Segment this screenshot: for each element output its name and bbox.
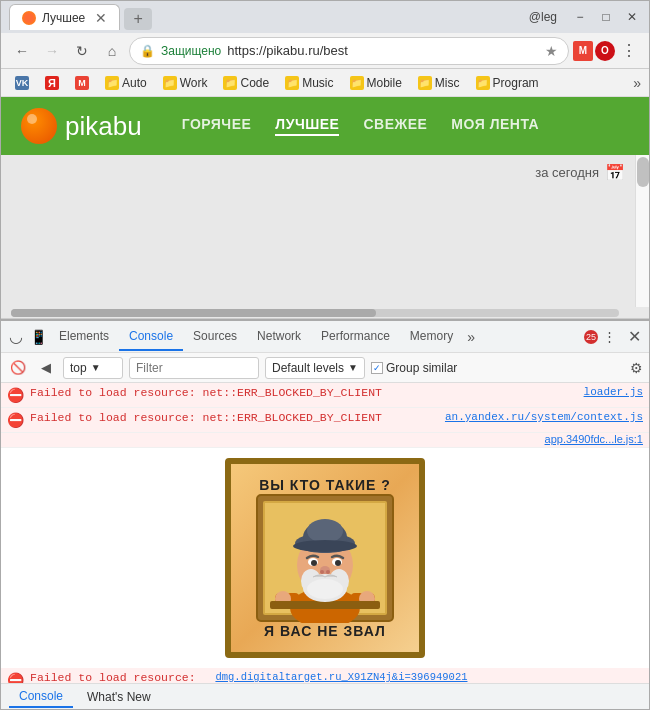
svg-rect-8 <box>270 601 380 609</box>
tab-favicon <box>22 11 36 25</box>
gmail-icon[interactable]: M <box>573 41 593 61</box>
back-button[interactable]: ← <box>9 38 35 64</box>
log-level-dropdown[interactable]: Default levels ▼ <box>265 357 365 379</box>
devtools-error-count: 25 <box>584 330 598 344</box>
bookmark-misc-label: Misc <box>435 76 460 90</box>
bookmark-vk[interactable]: VK <box>9 74 35 92</box>
new-tab-button[interactable]: + <box>124 8 152 30</box>
refresh-button[interactable]: ↻ <box>69 38 95 64</box>
bookmark-auto[interactable]: 📁 Auto <box>99 74 153 92</box>
console-filter-button[interactable]: ◀ <box>35 357 57 379</box>
bookmark-star-icon[interactable]: ★ <box>545 43 558 59</box>
minimize-button[interactable]: − <box>571 8 589 26</box>
horizontal-scrollbar-thumb[interactable] <box>11 309 376 317</box>
devtools-close-button[interactable]: ✕ <box>624 327 645 346</box>
tab-console[interactable]: Console <box>119 323 183 351</box>
tab-performance[interactable]: Performance <box>311 323 400 351</box>
console-toolbar: 🚫 ◀ top ▼ Default levels ▼ ✓ Group simil… <box>1 353 649 383</box>
active-tab[interactable]: Лучшее ✕ <box>9 4 120 30</box>
menu-button[interactable]: ⋮ <box>617 39 641 62</box>
date-filter[interactable]: за сегодня 📅 <box>535 163 625 182</box>
bookmark-music[interactable]: 📁 Music <box>279 74 339 92</box>
bottom-tab-console[interactable]: Console <box>9 686 73 708</box>
nav-hot[interactable]: ГОРЯЧЕЕ <box>182 116 252 136</box>
tab-sources[interactable]: Sources <box>183 323 247 351</box>
bookmark-code[interactable]: 📁 Code <box>217 74 275 92</box>
meme-bottom-text: Я ВАС НЕ ЗВАЛ <box>260 623 390 643</box>
console-entry-error-1: ⛔ Failed to load resource: net::ERR_BLOC… <box>1 383 649 408</box>
close-button[interactable]: ✕ <box>623 8 641 26</box>
nav-bar: ← → ↻ ⌂ 🔒 Защищено https://pikabu.ru/bes… <box>1 33 649 69</box>
tab-network[interactable]: Network <box>247 323 311 351</box>
svg-point-24 <box>307 579 343 599</box>
console-link-app[interactable]: app.3490fdc...le.js:1 <box>545 433 643 445</box>
console-entry-error-bottom: ⛔ Failed to load resource: net::ERR_BLOC… <box>1 668 649 683</box>
opera-icon[interactable]: O <box>595 41 615 61</box>
console-clear-button[interactable]: 🚫 <box>7 357 29 379</box>
yandex-icon: Я <box>45 76 59 90</box>
tab-memory[interactable]: Memory <box>400 323 463 351</box>
folder-auto-icon: 📁 <box>105 76 119 90</box>
selector-chevron-icon: ▼ <box>91 362 101 373</box>
bookmark-gmail[interactable]: M <box>69 74 95 92</box>
meme-image-area: ВЫ КТО ТАКИЕ ? <box>1 448 649 668</box>
vk-icon: VK <box>15 76 29 90</box>
error-count-badge: 25 <box>584 330 598 344</box>
title-bar: Лучшее ✕ + @leg − □ ✕ <box>1 1 649 33</box>
context-selector[interactable]: top ▼ <box>63 357 123 379</box>
tab-elements[interactable]: Elements <box>49 323 119 351</box>
vertical-scrollbar[interactable] <box>635 155 649 307</box>
svg-point-20 <box>326 570 330 574</box>
meme-inner: ВЫ КТО ТАКИЕ ? <box>231 464 419 652</box>
more-bookmarks-button[interactable]: » <box>633 75 641 91</box>
folder-work-icon: 📁 <box>163 76 177 90</box>
meme-frame: ВЫ КТО ТАКИЕ ? <box>225 458 425 658</box>
bookmark-mobile-label: Mobile <box>367 76 402 90</box>
bookmark-mobile[interactable]: 📁 Mobile <box>344 74 408 92</box>
nav-fresh[interactable]: СВЕЖЕЕ <box>363 116 427 136</box>
bottom-tab-whats-new[interactable]: What's New <box>77 687 161 707</box>
bookmark-work[interactable]: 📁 Work <box>157 74 214 92</box>
bookmark-music-label: Music <box>302 76 333 90</box>
devtools-more-tabs-button[interactable]: » <box>463 329 479 345</box>
console-settings-button[interactable]: ⚙ <box>630 360 643 376</box>
console-filter-input[interactable] <box>129 357 259 379</box>
maximize-button[interactable]: □ <box>597 8 615 26</box>
console-link-2[interactable]: an.yandex.ru/system/context.js <box>445 411 643 423</box>
window-controls: @leg − □ ✕ <box>529 8 641 26</box>
console-link-1[interactable]: loader.js <box>584 386 643 398</box>
lock-icon: 🔒 <box>140 44 155 58</box>
nav-best[interactable]: ЛУЧШЕЕ <box>275 116 339 136</box>
group-similar-checkbox[interactable]: ✓ <box>371 362 383 374</box>
console-entry-error-2: ⛔ Failed to load resource: net::ERR_BLOC… <box>1 408 649 433</box>
devtools-device-button[interactable]: 📱 <box>27 326 49 348</box>
nav-right-buttons: M O ⋮ <box>573 39 641 62</box>
pikabu-name: pikabu <box>65 111 142 142</box>
scrollbar-thumb[interactable] <box>637 157 649 187</box>
bookmark-yandex[interactable]: Я <box>39 74 65 92</box>
bookmark-code-label: Code <box>240 76 269 90</box>
folder-code-icon: 📁 <box>223 76 237 90</box>
bookmark-misc[interactable]: 📁 Misc <box>412 74 466 92</box>
horizontal-scrollbar-track[interactable] <box>11 309 619 317</box>
bookmark-program[interactable]: 📁 Program <box>470 74 545 92</box>
devtools-panel: ◡ 📱 Elements Console Sources Network Per… <box>1 319 649 709</box>
home-button[interactable]: ⌂ <box>99 38 125 64</box>
error-icon-1: ⛔ <box>7 387 24 404</box>
console-link-bottom[interactable]: dmg.digitaltarget.ru_X91ZN4j&i=396949021 <box>215 671 467 683</box>
context-selector-value: top <box>70 361 87 375</box>
tab-close-button[interactable]: ✕ <box>95 10 107 26</box>
gmail-bm-icon: M <box>75 76 89 90</box>
level-chevron-icon: ▼ <box>348 362 358 373</box>
folder-misc-icon: 📁 <box>418 76 432 90</box>
devtools-inspect-button[interactable]: ◡ <box>5 326 27 348</box>
forward-button[interactable]: → <box>39 38 65 64</box>
address-bar[interactable]: 🔒 Защищено https://pikabu.ru/best ★ <box>129 37 569 65</box>
pikabu-header: pikabu ГОРЯЧЕЕ ЛУЧШЕЕ СВЕЖЕЕ МОЯ ЛЕНТА <box>1 97 649 155</box>
group-similar-toggle[interactable]: ✓ Group similar <box>371 361 457 375</box>
nav-my-feed[interactable]: МОЯ ЛЕНТА <box>451 116 539 136</box>
devtools-options-button[interactable]: ⋮ <box>598 326 620 348</box>
url-input[interactable]: https://pikabu.ru/best <box>227 43 539 58</box>
browser-frame: Лучшее ✕ + @leg − □ ✕ ← → ↻ ⌂ 🔒 Защищено… <box>0 0 650 710</box>
pikabu-nav: ГОРЯЧЕЕ ЛУЧШЕЕ СВЕЖЕЕ МОЯ ЛЕНТА <box>182 116 540 136</box>
